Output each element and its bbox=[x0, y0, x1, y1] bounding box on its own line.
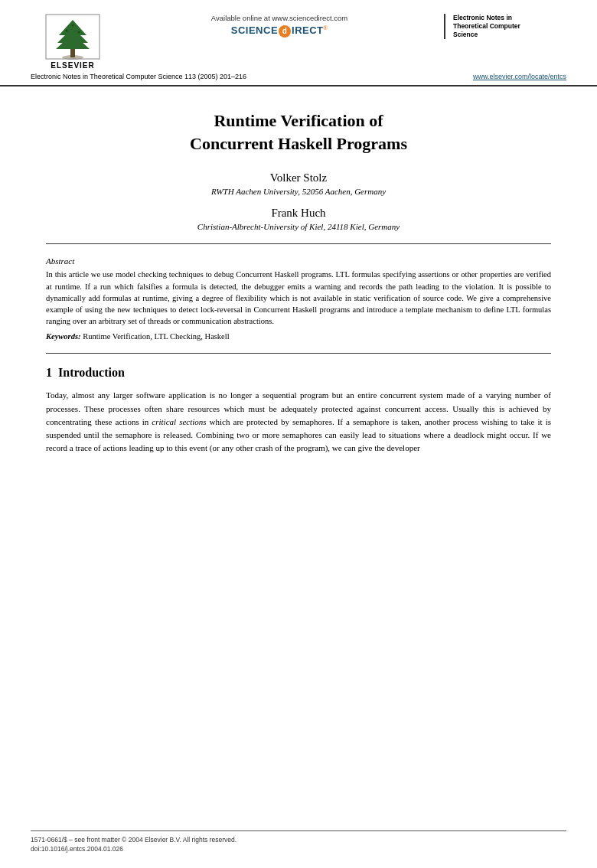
header-right: Electronic Notes in Theoretical Computer… bbox=[444, 14, 566, 39]
elsevier-logo: ELSEVIER bbox=[31, 14, 115, 70]
journal-title-right: Electronic Notes in Theoretical Computer… bbox=[453, 14, 566, 39]
abstract-text: In this article we use model checking te… bbox=[46, 269, 551, 327]
author-affil-2: Christian-Albrecht-University of Kiel, 2… bbox=[46, 222, 551, 231]
direct-word: IRECT bbox=[292, 24, 324, 36]
author-block-1: Volker Stolz RWTH Aachen University, 520… bbox=[46, 171, 551, 196]
svg-point-7 bbox=[72, 24, 74, 27]
available-online-text: Available online at www.sciencedirect.co… bbox=[122, 14, 436, 22]
section1-title: Introduction bbox=[58, 366, 125, 379]
section1-number: 1 bbox=[46, 366, 52, 379]
journal-info: Electronic Notes in Theoretical Computer… bbox=[31, 73, 246, 80]
journal-title-line1: Electronic Notes in bbox=[453, 14, 512, 21]
title-line1: Runtime Verification of bbox=[214, 111, 383, 130]
circle-d-icon: d bbox=[279, 25, 291, 38]
footer-line2: doi:10.1016/j.entcs.2004.01.026 bbox=[31, 844, 566, 854]
header-center: Available online at www.sciencedirect.co… bbox=[115, 14, 444, 38]
section1-paragraph-1: Today, almost any larger software applic… bbox=[46, 389, 551, 454]
keywords-values: Runtime Verification, LTL Checking, Hask… bbox=[83, 332, 230, 341]
page: ELSEVIER Available online at www.science… bbox=[0, 0, 597, 868]
svg-point-6 bbox=[78, 31, 80, 34]
svg-point-5 bbox=[66, 30, 68, 32]
author-affil-1: RWTH Aachen University, 52056 Aachen, Ge… bbox=[46, 187, 551, 196]
header-bottom: Electronic Notes in Theoretical Computer… bbox=[31, 73, 566, 80]
journal-url: www.elsevier.com/locate/entcs bbox=[473, 73, 566, 80]
footer-line1: 1571-0661/$ – see front matter © 2004 El… bbox=[31, 835, 566, 845]
paper-title: Runtime Verification of Concurrent Haske… bbox=[46, 109, 551, 155]
main-content: Runtime Verification of Concurrent Haske… bbox=[0, 86, 597, 478]
footer: 1571-0661/$ – see front matter © 2004 El… bbox=[31, 830, 566, 855]
keywords: Keywords: Runtime Verification, LTL Chec… bbox=[46, 332, 551, 341]
elsevier-tree-icon bbox=[45, 14, 100, 60]
journal-title-line2: Theoretical Computer bbox=[453, 22, 520, 30]
title-line2: Concurrent Haskell Programs bbox=[190, 134, 407, 153]
header: ELSEVIER Available online at www.science… bbox=[0, 0, 597, 86]
elsevier-text-label: ELSEVIER bbox=[51, 61, 94, 70]
abstract-divider-top bbox=[46, 243, 551, 244]
author-block-2: Frank Huch Christian-Albrecht-University… bbox=[46, 207, 551, 231]
section1-heading: 1Introduction bbox=[46, 366, 551, 380]
abstract-section: Abstract In this article we use model ch… bbox=[46, 256, 551, 341]
italic-critical-sections: critical sections bbox=[152, 417, 206, 426]
science-word: SCIENCE bbox=[231, 24, 278, 36]
journal-title-line3: Science bbox=[453, 31, 478, 38]
abstract-divider-bottom bbox=[46, 353, 551, 354]
author-name-2: Frank Huch bbox=[46, 207, 551, 220]
keywords-label: Keywords: bbox=[46, 332, 81, 341]
sciencedirect-logo: SCIENCEdIRECT® bbox=[122, 24, 436, 38]
abstract-label: Abstract bbox=[46, 256, 551, 266]
author-name-1: Volker Stolz bbox=[46, 171, 551, 184]
